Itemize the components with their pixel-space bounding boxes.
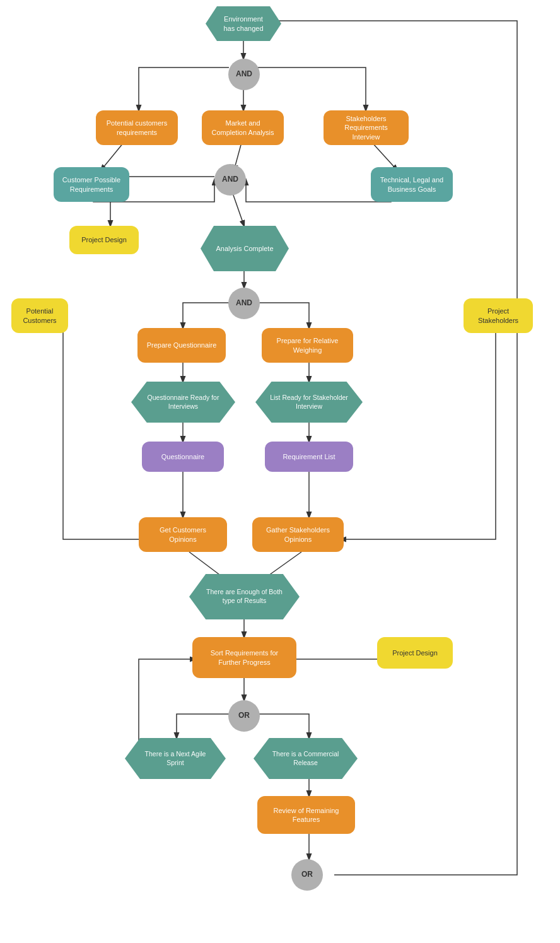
flowchart: Environment has changed AND Potential cu… — [0, 0, 560, 943]
and3-node: AND — [228, 288, 260, 319]
gather-stakeholders-node: Gather Stakeholders Opinions — [252, 517, 344, 552]
environment-node: Environment has changed — [206, 6, 281, 41]
project-stakeholders-ext-node: Project Stakeholders — [464, 298, 533, 333]
questionnaire-ready-node: Questionnaire Ready for Interviews — [131, 382, 235, 423]
get-customers-opinions-node: Get Customers Opinions — [139, 517, 227, 552]
review-remaining-node: Review of Remaining Features — [257, 796, 355, 834]
technical-goals-node: Technical, Legal and Business Goals — [371, 167, 453, 202]
prepare-questionnaire-node: Prepare Questionnaire — [137, 328, 226, 363]
potential-customers-ext-node: Potential Customers — [11, 298, 68, 333]
and1-node: AND — [228, 59, 260, 90]
customer-possible-req-node: Customer Possible Requirements — [54, 167, 129, 202]
or2-node: OR — [291, 859, 323, 891]
potential-customers-req-node: Potential customers requirements — [96, 110, 178, 145]
market-analysis-node: Market and Completion Analysis — [202, 110, 284, 145]
stakeholders-req-node: Stakeholders Requirements Interview — [324, 110, 409, 145]
sort-requirements-node: Sort Requirements for Further Progress — [192, 637, 296, 678]
or1-node: OR — [228, 700, 260, 732]
project-design-top-node: Project Design — [69, 226, 139, 254]
and2-node: AND — [214, 164, 246, 196]
commercial-release-node: There is a Commercial Release — [254, 738, 358, 779]
requirement-list-node: Requirement List — [265, 442, 353, 472]
project-design-bottom-node: Project Design — [377, 637, 453, 669]
prepare-weighing-node: Prepare for Relative Weighing — [262, 328, 353, 363]
enough-results-node: There are Enough of Both type of Results — [189, 574, 300, 619]
list-ready-node: List Ready for Stakeholder Interview — [255, 382, 363, 423]
next-agile-node: There is a Next Agile Sprint — [125, 738, 226, 779]
questionnaire-doc-node: Questionnaire — [142, 442, 224, 472]
analysis-complete-node: Analysis Complete — [201, 226, 289, 271]
